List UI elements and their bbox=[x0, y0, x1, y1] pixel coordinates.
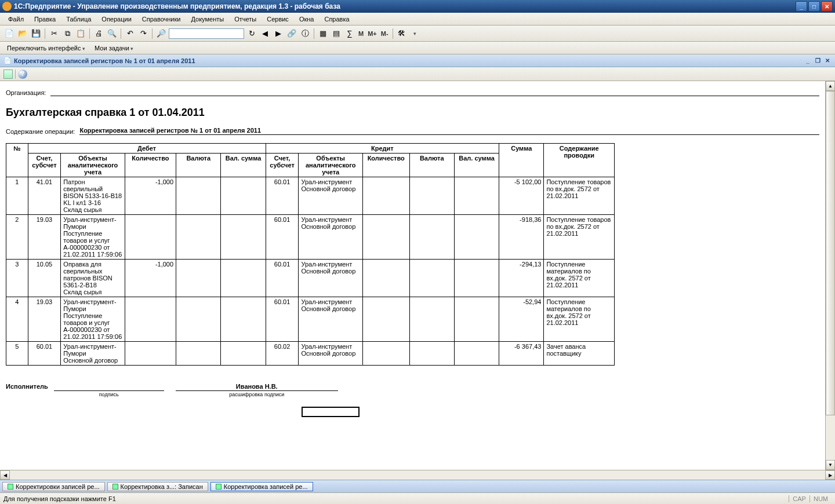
org-value-line bbox=[50, 88, 819, 96]
redo-icon[interactable]: ↷ bbox=[137, 28, 149, 39]
search-icon[interactable]: 🔎 bbox=[155, 28, 167, 39]
col-d-qty: Количество bbox=[125, 154, 176, 177]
tab-3[interactable]: Корректировка записей ре... bbox=[210, 482, 313, 491]
col-c-cur: Валюта bbox=[409, 154, 454, 177]
document-header: 📄 Корректировка записей регистров № 1 от… bbox=[0, 54, 835, 67]
scroll-left-icon[interactable]: ◀ bbox=[0, 470, 10, 480]
tools-icon[interactable]: 🛠 bbox=[396, 28, 408, 39]
status-bar: Для получения подсказки нажмите F1 CAP N… bbox=[0, 492, 835, 504]
scroll-thumb[interactable] bbox=[826, 91, 835, 415]
org-label: Организация: bbox=[6, 89, 46, 96]
doc-icon bbox=[216, 484, 222, 490]
doc-action-icon[interactable] bbox=[3, 70, 13, 79]
maximize-button[interactable]: □ bbox=[808, 1, 820, 12]
app-icon bbox=[2, 2, 12, 11]
sub-toolbar: Переключить интерфейс Мои задачи bbox=[0, 42, 835, 54]
content-area: Организация: Бухгалтерская справка 1 от … bbox=[0, 81, 835, 470]
undo-icon[interactable]: ↶ bbox=[124, 28, 136, 39]
col-c-csum: Вал. сумма bbox=[454, 154, 499, 177]
signer-name: Иванова Н.В. bbox=[176, 383, 338, 391]
window-title: 1С:Предприятие - Управление производстве… bbox=[14, 2, 796, 10]
m-plus-button[interactable]: M+ bbox=[366, 30, 378, 37]
calc-icon[interactable]: ∑ bbox=[344, 28, 355, 39]
menubar: Файл Правка Таблица Операции Справочники… bbox=[0, 13, 835, 25]
menu-operations[interactable]: Операции bbox=[97, 14, 136, 24]
search-input[interactable] bbox=[169, 28, 244, 39]
new-icon[interactable]: 📄 bbox=[3, 28, 15, 39]
help-icon[interactable]: ? bbox=[18, 70, 27, 79]
switch-interface-button[interactable]: Переключить интерфейс bbox=[3, 44, 89, 52]
doc-close-button[interactable]: ✕ bbox=[823, 57, 832, 65]
menu-references[interactable]: Справочники bbox=[137, 14, 186, 24]
grid1-icon[interactable]: ▦ bbox=[317, 28, 329, 39]
doc-icon bbox=[8, 484, 13, 490]
open-icon[interactable]: 📂 bbox=[17, 28, 28, 39]
doc-restore-button[interactable]: ❐ bbox=[814, 57, 822, 65]
copy-icon[interactable]: ⧉ bbox=[61, 28, 73, 39]
doc-min-button[interactable]: _ bbox=[804, 57, 812, 65]
doc-icon bbox=[112, 484, 118, 490]
col-sum: Сумма bbox=[499, 144, 544, 177]
menu-documents[interactable]: Документы bbox=[186, 14, 228, 24]
col-d-csum: Вал. сумма bbox=[221, 154, 266, 177]
tools-dropdown-icon[interactable] bbox=[409, 28, 421, 39]
table-row[interactable]: 310.05Оправка для сверлильных патронов B… bbox=[6, 260, 615, 297]
scroll-right-icon[interactable]: ▶ bbox=[825, 470, 835, 480]
save-icon[interactable]: 💾 bbox=[30, 28, 42, 39]
window-tabs: Корректировки записей ре... Корректировк… bbox=[0, 480, 835, 492]
col-c-obj: Объекты аналитического учета bbox=[299, 154, 362, 177]
menu-edit[interactable]: Правка bbox=[30, 14, 60, 24]
operation-value: Корректировка записей регистров № 1 от 0… bbox=[79, 127, 819, 135]
info-icon[interactable]: ⓘ bbox=[299, 28, 311, 39]
nav-back-icon[interactable]: ◀ bbox=[259, 28, 271, 39]
table-row[interactable]: 560.01Урал-инструмент-ПумориОсновной дог… bbox=[6, 342, 615, 366]
status-cap: CAP bbox=[789, 495, 809, 502]
table-row[interactable]: 141.01Патрон сверлильный BISON 5133-16-B… bbox=[6, 177, 615, 215]
document-title: Корректировка записей регистров № 1 от 0… bbox=[14, 57, 195, 64]
menu-help[interactable]: Справка bbox=[320, 14, 354, 24]
menu-file[interactable]: Файл bbox=[3, 14, 28, 24]
document-body: Организация: Бухгалтерская справка 1 от … bbox=[0, 81, 825, 470]
signature-caption: подпись bbox=[99, 392, 119, 397]
my-tasks-button[interactable]: Мои задачи bbox=[91, 44, 137, 52]
col-debit: Дебет bbox=[28, 144, 266, 154]
m-minus-button[interactable]: M- bbox=[380, 30, 390, 37]
minimize-button[interactable]: _ bbox=[796, 1, 807, 12]
vertical-scrollbar[interactable]: ▲ ▼ bbox=[825, 81, 835, 470]
menu-reports[interactable]: Отчеты bbox=[230, 14, 261, 24]
scroll-up-icon[interactable]: ▲ bbox=[826, 81, 835, 91]
col-credit: Кредит bbox=[266, 144, 499, 154]
close-button[interactable]: ✕ bbox=[821, 1, 833, 12]
col-d-obj: Объекты аналитического учета bbox=[61, 154, 125, 177]
menu-table[interactable]: Таблица bbox=[61, 14, 96, 24]
refresh-icon[interactable]: ↻ bbox=[246, 28, 257, 39]
preview-icon[interactable]: 🔍 bbox=[106, 28, 118, 39]
cut-icon[interactable]: ✂ bbox=[48, 28, 60, 39]
table-row[interactable]: 219.03Урал-инструмент-ПумориПоступление … bbox=[6, 215, 615, 260]
menu-windows[interactable]: Окна bbox=[295, 14, 319, 24]
col-content: Содержание проводки bbox=[544, 144, 615, 177]
menu-service[interactable]: Сервис bbox=[262, 14, 293, 24]
paste-icon[interactable]: 📋 bbox=[75, 28, 86, 39]
tab-2[interactable]: Корректировка з...: Записан bbox=[107, 482, 208, 491]
signer-name-caption: расшифровка подписи bbox=[229, 392, 284, 397]
link-icon[interactable]: 🔗 bbox=[286, 28, 297, 39]
col-c-acct: Счет, субсчет bbox=[266, 154, 299, 177]
status-hint: Для получения подсказки нажмите F1 bbox=[3, 495, 116, 502]
tab-1[interactable]: Корректировки записей ре... bbox=[2, 482, 105, 491]
grid2-icon[interactable]: ▤ bbox=[331, 28, 342, 39]
col-d-acct: Счет, субсчет bbox=[28, 154, 61, 177]
status-num: NUM bbox=[809, 495, 832, 502]
scroll-down-icon[interactable]: ▼ bbox=[826, 460, 835, 470]
document-toolbar: ? bbox=[0, 67, 835, 81]
col-c-qty: Количество bbox=[362, 154, 409, 177]
signature-line bbox=[54, 383, 164, 391]
horizontal-scrollbar[interactable]: ◀ ▶ bbox=[0, 470, 835, 480]
print-icon[interactable]: 🖨 bbox=[93, 28, 104, 39]
m-button[interactable]: M bbox=[357, 30, 365, 37]
titlebar: 1С:Предприятие - Управление производстве… bbox=[0, 0, 835, 13]
table-row[interactable]: 419.03Урал-инструмент-ПумориПоступление … bbox=[6, 297, 615, 342]
nav-fwd-icon[interactable]: ▶ bbox=[273, 28, 284, 39]
signer-label: Исполнитель bbox=[6, 383, 48, 390]
entries-table: № Дебет Кредит Сумма Содержание проводки… bbox=[6, 143, 615, 366]
